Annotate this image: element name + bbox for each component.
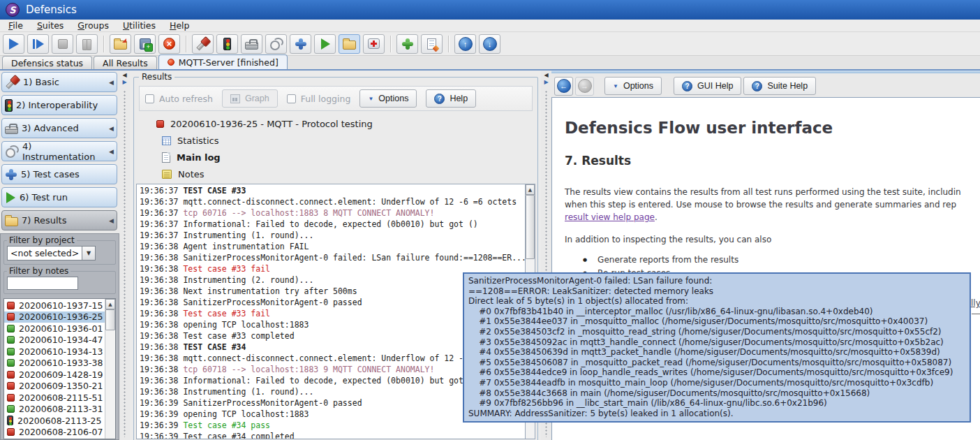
step-forward-icon bbox=[31, 38, 45, 50]
suite-help-button[interactable]: ? Suite Help bbox=[743, 77, 816, 95]
play-button[interactable] bbox=[3, 34, 24, 54]
sidebar-step-interoperability[interactable]: 2) Interoperability bbox=[1, 95, 117, 115]
graph-button[interactable]: Graph bbox=[222, 89, 278, 108]
dropdown-arrow-icon[interactable]: ▼ bbox=[82, 246, 96, 261]
full-logging-checkbox[interactable] bbox=[287, 94, 296, 103]
run-item[interactable]: 20200609-1428-19 bbox=[4, 369, 105, 381]
forward-button[interactable] bbox=[575, 77, 594, 96]
run-item[interactable]: 20200610-1934-47 bbox=[4, 335, 105, 346]
instrumentation-button[interactable] bbox=[265, 34, 287, 54]
sidebar-step-basic[interactable]: 1) Basic ◀ bbox=[1, 72, 117, 92]
step-forward-button[interactable] bbox=[27, 34, 49, 54]
advanced-config-button[interactable] bbox=[241, 34, 262, 54]
test-cases-button[interactable] bbox=[290, 34, 311, 54]
log-timestamp: 19:36:39 bbox=[140, 420, 178, 430]
scrollbar-thumb[interactable] bbox=[105, 309, 115, 330]
auto-refresh-checkbox[interactable] bbox=[145, 94, 154, 103]
run-item[interactable]: 20200609-1350-21 bbox=[4, 381, 105, 393]
run-item[interactable]: 20200608-2113-25 bbox=[4, 415, 105, 427]
forward-arrow-icon bbox=[578, 79, 592, 93]
save-button[interactable] bbox=[134, 34, 156, 54]
run-item[interactable]: 20200610-1936-25 bbox=[4, 311, 105, 323]
pane-highlight bbox=[551, 71, 980, 73]
load-results-button[interactable] bbox=[110, 34, 131, 54]
options-button[interactable]: ▼ Options bbox=[359, 89, 417, 108]
previous-button[interactable] bbox=[454, 34, 476, 54]
result-view-help-link[interactable]: result view help page bbox=[565, 212, 655, 222]
results-button[interactable] bbox=[339, 34, 360, 54]
interoperability-button[interactable] bbox=[216, 34, 238, 54]
menu-item[interactable]: Help bbox=[163, 20, 197, 31]
menu-item[interactable]: Suites bbox=[30, 20, 70, 31]
run-status-icon bbox=[7, 371, 15, 379]
filter-by-project-legend: Filter by project bbox=[7, 235, 77, 245]
run-item[interactable]: 20200610-1937-15 bbox=[4, 300, 105, 311]
tooltip-line: #1 0x55e3844ee037 in _mosquitto_malloc (… bbox=[468, 316, 965, 327]
help-title: Defensics Flow user interface bbox=[565, 119, 980, 137]
tree-item-main-log[interactable]: Main log bbox=[142, 149, 522, 166]
tab-defensics-status[interactable]: Defensics status bbox=[2, 56, 92, 69]
sep-line bbox=[103, 36, 105, 52]
play-green-icon bbox=[320, 38, 331, 50]
sidebar-splitter[interactable]: ◀▶ bbox=[119, 71, 130, 440]
notes-filter-input[interactable] bbox=[7, 277, 78, 290]
basic-config-button[interactable] bbox=[192, 34, 214, 54]
log-message: tcp 60716 --> localhost:1883 8 MQTT CONN… bbox=[183, 208, 434, 218]
traffic-light-icon bbox=[5, 99, 13, 112]
log-line: 19:36:38Agent instrumentation FAIL bbox=[140, 241, 525, 252]
menu-item[interactable]: File bbox=[1, 20, 30, 31]
help-options-button[interactable]: ▼ Options bbox=[604, 77, 662, 95]
tab-mqtt-server[interactable]: MQTT-Server [finished] bbox=[158, 54, 288, 69]
external-suite-button[interactable] bbox=[396, 34, 418, 54]
sidebar-step-results[interactable]: 7) Results ◀ bbox=[1, 210, 117, 230]
log-message: opening TCP localhost:1883 bbox=[183, 409, 309, 419]
pause-button[interactable] bbox=[76, 34, 98, 54]
sidebar-step-instrumentation[interactable]: 4) Instrumentation ◀ bbox=[1, 141, 117, 161]
back-button[interactable] bbox=[554, 77, 573, 96]
run-item[interactable]: 20200610-1936-01 bbox=[4, 323, 105, 335]
run-list-scrollbar[interactable]: ▲ bbox=[105, 299, 115, 439]
help-icon: ? bbox=[752, 81, 762, 91]
first-aid-icon bbox=[368, 38, 380, 49]
test-run-button[interactable] bbox=[314, 34, 336, 54]
run-item[interactable]: 20200610-1934-13 bbox=[4, 346, 105, 358]
tree-item-run[interactable]: 20200610-1936-25 - MQTT - Protocol testi… bbox=[142, 115, 522, 132]
remediation-button[interactable] bbox=[363, 34, 385, 54]
abort-button[interactable] bbox=[158, 34, 180, 54]
edit-notes-button[interactable] bbox=[421, 34, 443, 54]
dropdown-arrow-icon: ▼ bbox=[613, 83, 618, 89]
tree-item-statistics[interactable]: Statistics bbox=[142, 132, 522, 149]
run-list: 20200610-1937-15 20200610-1936-25 202006… bbox=[3, 298, 116, 439]
sidebar-step-advanced[interactable]: 3) Advanced ◀ bbox=[1, 118, 117, 138]
help-button[interactable]: ? Help bbox=[426, 89, 476, 108]
log-message: Instrumenting (1. round)... bbox=[183, 230, 313, 240]
run-item[interactable]: 20200610-1933-38 bbox=[4, 358, 105, 369]
log-timestamp: 19:36:38 bbox=[140, 387, 178, 397]
run-item[interactable]: 20200608-2115-51 bbox=[4, 392, 105, 404]
step-label: 7) Results bbox=[22, 215, 66, 226]
run-item[interactable]: 20200608-2113-31 bbox=[4, 404, 105, 416]
tree-item-notes[interactable]: Notes bbox=[142, 166, 522, 182]
scroll-up-icon[interactable]: ▲ bbox=[526, 184, 535, 195]
tooltip-line: #7 0x55e3844eadfb in mosquitto_main_loop… bbox=[468, 378, 965, 388]
stop-button[interactable] bbox=[52, 34, 73, 54]
play-icon bbox=[8, 38, 20, 50]
next-button[interactable] bbox=[479, 34, 500, 54]
log-message: Test case #33 completed bbox=[183, 331, 294, 341]
help-paragraph-line: The results view contains the results fr… bbox=[565, 186, 980, 198]
step-label: 4) Instrumentation bbox=[22, 141, 105, 162]
clipped-link-fragment[interactable]: lly bbox=[971, 298, 980, 308]
menu-item[interactable]: Utilities bbox=[116, 20, 163, 31]
gui-help-button[interactable]: ? GUI Help bbox=[674, 77, 741, 95]
scrollbar-thumb[interactable] bbox=[526, 195, 535, 259]
sidebar-step-test-run[interactable]: 6) Test run bbox=[1, 187, 117, 207]
menu-item[interactable]: Groups bbox=[70, 20, 116, 31]
project-filter-dropdown[interactable]: <not selected> ▼ bbox=[7, 246, 96, 261]
sidebar-step-test-cases[interactable]: 5) Test cases bbox=[1, 164, 117, 184]
splitter-collapse-icons[interactable]: ◀▶ bbox=[119, 72, 130, 86]
tab-all-results[interactable]: All Results bbox=[94, 56, 157, 69]
sep-line bbox=[448, 36, 450, 52]
run-item[interactable]: 20200608-2106-07 bbox=[4, 427, 105, 439]
scroll-up-icon[interactable]: ▲ bbox=[105, 299, 115, 309]
splitter-collapse-icons[interactable]: ◀▶ bbox=[541, 72, 551, 86]
